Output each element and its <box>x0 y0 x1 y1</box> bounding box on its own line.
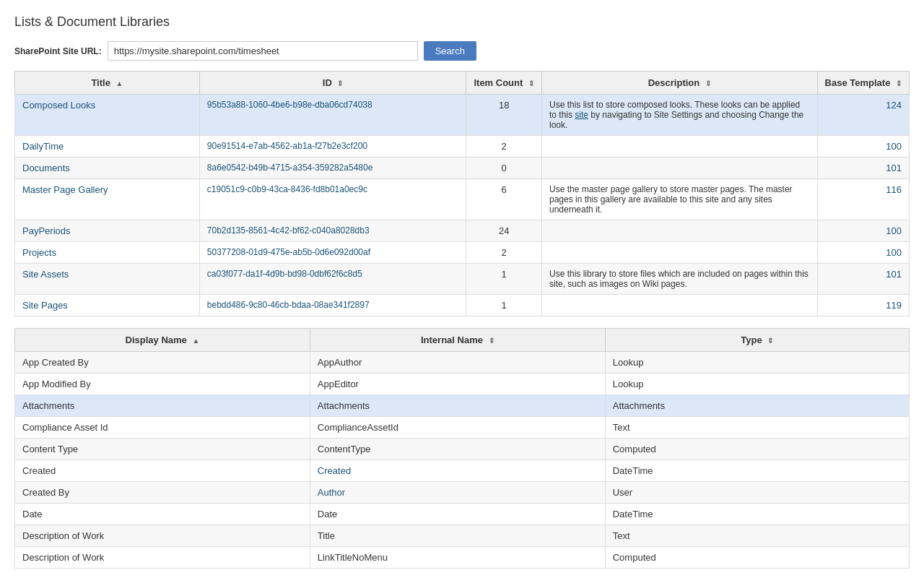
col-header-display-name[interactable]: Display Name ▲ <box>15 329 310 352</box>
list-base-template: 100 <box>817 220 909 242</box>
list-description: Use this library to store files which ar… <box>541 264 817 295</box>
field-internal-link[interactable]: Author <box>318 487 345 498</box>
list-id: 50377208-01d9-475e-ab5b-0d6e092d00af <box>199 242 466 264</box>
list-description <box>541 295 817 316</box>
table-row[interactable]: Master Page Galleryc19051c9-c0b9-43ca-84… <box>15 179 910 220</box>
table-row[interactable]: PayPeriods70b2d135-8561-4c42-bf62-c040a8… <box>15 220 910 242</box>
list-description: Use this list to store composed looks. T… <box>541 95 817 136</box>
list-title-link[interactable]: Projects <box>22 247 56 258</box>
list-base-template: 116 <box>817 179 909 220</box>
col-header-count[interactable]: Item Count ⇕ <box>466 72 542 95</box>
field-display-name: Attachments <box>15 395 310 417</box>
list-base-template: 101 <box>817 264 909 295</box>
sort-icon-desc: ⇕ <box>705 79 711 87</box>
search-button[interactable]: Search <box>424 41 476 61</box>
list-item-count: 2 <box>466 242 542 264</box>
fields-table: Display Name ▲ Internal Name ⇕ Type ⇕ Ap… <box>14 328 910 569</box>
table-row[interactable]: App Created ByAppAuthorLookup <box>15 352 910 374</box>
list-base-template: 101 <box>817 158 909 179</box>
table-row[interactable]: Compliance Asset IdComplianceAssetIdText <box>15 417 910 439</box>
lists-table-header: Title ▲ ID ⇕ Item Count ⇕ Description ⇕ … <box>15 72 910 95</box>
field-type: Text <box>605 417 909 439</box>
list-id: 95b53a88-1060-4be6-b98e-dba06cd74038 <box>199 95 466 136</box>
list-id: bebdd486-9c80-46cb-bdaa-08ae341f2897 <box>199 295 466 316</box>
field-display-name: Created By <box>15 482 310 504</box>
list-title-link[interactable]: Site Pages <box>22 300 68 311</box>
list-base-template: 100 <box>817 136 909 158</box>
list-title-link[interactable]: Site Assets <box>22 269 69 280</box>
table-row[interactable]: Site Assetsca03f077-da1f-4d9b-bd98-0dbf6… <box>15 264 910 295</box>
field-type: Text <box>605 525 909 547</box>
list-title-link[interactable]: Master Page Gallery <box>22 184 108 195</box>
list-item-count: 6 <box>466 179 542 220</box>
list-item-count: 2 <box>466 136 542 158</box>
desc-link[interactable]: site <box>575 110 588 120</box>
list-title-link[interactable]: Composed Looks <box>22 100 95 111</box>
col-header-id[interactable]: ID ⇕ <box>199 72 466 95</box>
sort-icon-id: ⇕ <box>337 79 343 87</box>
list-id: 70b2d135-8561-4c42-bf62-c040a8028db3 <box>199 220 466 242</box>
list-base-template: 119 <box>817 295 909 316</box>
list-title-link[interactable]: DailyTime <box>22 141 64 152</box>
list-id: ca03f077-da1f-4d9b-bd98-0dbf62f6c8d5 <box>199 264 466 295</box>
list-item-count: 1 <box>466 264 542 295</box>
field-display-name: App Modified By <box>15 374 310 395</box>
sort-icon-title: ▲ <box>116 79 123 87</box>
table-row[interactable]: Created ByAuthorUser <box>15 482 910 504</box>
page-title: Lists & Document Libraries <box>14 14 910 30</box>
table-row[interactable]: CreatedCreatedDateTime <box>15 460 910 482</box>
list-description <box>541 158 817 179</box>
list-title-link[interactable]: Documents <box>22 163 70 173</box>
table-row[interactable]: Documents8a6e0542-b49b-4715-a354-359282a… <box>15 158 910 179</box>
field-internal-name: Attachments <box>310 395 605 417</box>
field-type: Attachments <box>605 395 909 417</box>
field-type: User <box>605 482 909 504</box>
field-internal-link[interactable]: Created <box>318 465 351 476</box>
table-row[interactable]: Description of WorkTitleText <box>15 525 910 547</box>
field-internal-name: ComplianceAssetId <box>310 417 605 439</box>
field-display-name: Description of Work <box>15 547 310 569</box>
field-internal-name: Date <box>310 504 605 525</box>
field-internal-name: AppEditor <box>310 374 605 395</box>
url-input[interactable] <box>108 41 418 61</box>
field-display-name: Created <box>15 460 310 482</box>
list-description: Use the master page gallery to store mas… <box>541 179 817 220</box>
field-display-name: App Created By <box>15 352 310 374</box>
list-base-template: 124 <box>817 95 909 136</box>
table-row[interactable]: Site Pagesbebdd486-9c80-46cb-bdaa-08ae34… <box>15 295 910 316</box>
field-internal-name: ContentType <box>310 439 605 460</box>
field-type: Computed <box>605 439 909 460</box>
sort-icon-display: ▲ <box>192 337 199 345</box>
list-item-count: 24 <box>466 220 542 242</box>
table-row[interactable]: AttachmentsAttachmentsAttachments <box>15 395 910 417</box>
table-row[interactable]: DateDateDateTime <box>15 504 910 525</box>
table-row[interactable]: Content TypeContentTypeComputed <box>15 439 910 460</box>
list-item-count: 1 <box>466 295 542 316</box>
field-type: Lookup <box>605 374 909 395</box>
field-display-name: Compliance Asset Id <box>15 417 310 439</box>
col-header-type[interactable]: Type ⇕ <box>605 329 909 352</box>
field-display-name: Content Type <box>15 439 310 460</box>
list-id: 90e91514-e7ab-4562-ab1a-f27b2e3cf200 <box>199 136 466 158</box>
field-type: Computed <box>605 547 909 569</box>
field-type: DateTime <box>605 460 909 482</box>
field-internal-name: AppAuthor <box>310 352 605 374</box>
table-row[interactable]: DailyTime90e91514-e7ab-4562-ab1a-f27b2e3… <box>15 136 910 158</box>
list-item-count: 18 <box>466 95 542 136</box>
field-internal-name: LinkTitleNoMenu <box>310 547 605 569</box>
col-header-description[interactable]: Description ⇕ <box>541 72 817 95</box>
list-id: c19051c9-c0b9-43ca-8436-fd8b01a0ec9c <box>199 179 466 220</box>
list-description <box>541 220 817 242</box>
table-row[interactable]: Projects50377208-01d9-475e-ab5b-0d6e092d… <box>15 242 910 264</box>
col-header-title[interactable]: Title ▲ <box>15 72 200 95</box>
sort-icon-internal: ⇕ <box>489 337 494 345</box>
table-row[interactable]: App Modified ByAppEditorLookup <box>15 374 910 395</box>
col-header-base-template[interactable]: Base Template ⇕ <box>817 72 909 95</box>
field-internal-name: Created <box>310 460 605 482</box>
list-id: 8a6e0542-b49b-4715-a354-359282a5480e <box>199 158 466 179</box>
table-row[interactable]: Composed Looks95b53a88-1060-4be6-b98e-db… <box>15 95 910 136</box>
table-row[interactable]: Description of WorkLinkTitleNoMenuComput… <box>15 547 910 569</box>
col-header-internal-name[interactable]: Internal Name ⇕ <box>310 329 605 352</box>
list-base-template: 100 <box>817 242 909 264</box>
list-title-link[interactable]: PayPeriods <box>22 225 70 236</box>
